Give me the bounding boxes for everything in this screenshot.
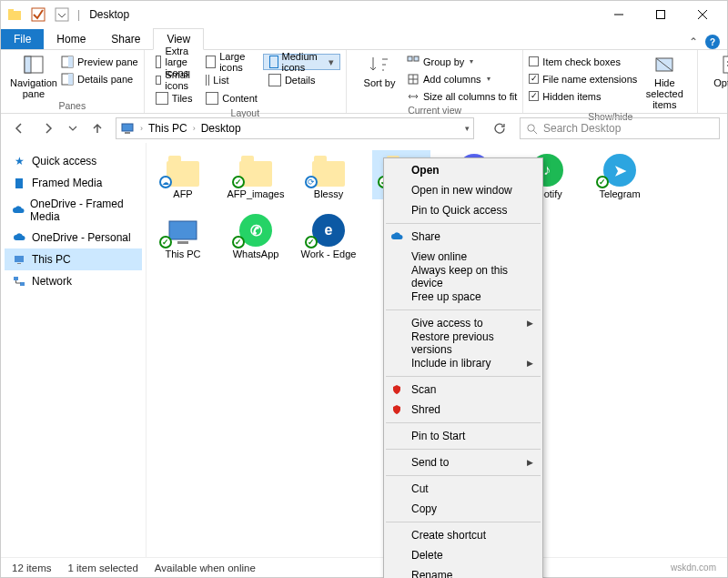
navigation-pane-label: Navigation pane: [6, 77, 61, 99]
building-icon: [12, 176, 26, 190]
cloud-icon: [12, 230, 26, 245]
svg-rect-12: [414, 56, 419, 61]
layout-medium[interactable]: Medium icons▾: [263, 54, 340, 70]
recent-dropdown[interactable]: [66, 117, 79, 139]
context-menu: Open Open in new window Pin to Quick acc…: [383, 157, 543, 578]
ctx-free-up-space[interactable]: Free up space: [384, 287, 542, 307]
file-item-label: Blessy: [314, 188, 343, 199]
layout-content[interactable]: Content: [200, 90, 263, 106]
file-item[interactable]: e✓Work - Edge: [299, 210, 358, 259]
ctx-copy[interactable]: Copy: [384, 499, 542, 519]
ribbon-tabs: File Home Share View ⌃ ?: [1, 28, 727, 50]
ctx-open-new-window[interactable]: Open in new window: [384, 180, 542, 200]
close-button[interactable]: [682, 1, 723, 28]
group-by-button[interactable]: Group by▾: [407, 54, 517, 69]
ctx-pin-to-start[interactable]: Pin to Start: [384, 426, 542, 446]
ctx-open[interactable]: Open: [384, 160, 542, 180]
file-item[interactable]: ⟳Blessy: [299, 150, 358, 199]
crumb-this-pc[interactable]: This PC: [148, 122, 187, 135]
tab-home[interactable]: Home: [44, 29, 98, 49]
back-button[interactable]: [8, 117, 30, 139]
ctx-cut[interactable]: Cut: [384, 479, 542, 499]
watermark: wskdn.com: [671, 563, 716, 573]
svg-rect-6: [25, 56, 31, 73]
svg-rect-1: [8, 9, 14, 12]
up-button[interactable]: [86, 117, 108, 139]
svg-rect-8: [68, 56, 73, 67]
hide-selected-button[interactable]: Hide selected items: [637, 52, 692, 110]
sort-by-button[interactable]: Sort by: [352, 52, 407, 88]
shield-icon: [389, 402, 404, 417]
minimize-button[interactable]: [598, 1, 640, 28]
search-input[interactable]: Search Desktop: [520, 117, 720, 139]
file-name-ext-toggle[interactable]: File name extensions: [529, 71, 637, 86]
ctx-include-in-library[interactable]: Include in library▶: [384, 353, 542, 373]
sidebar-item-onedrive-personal[interactable]: OneDrive - Personal: [5, 227, 142, 248]
crumb-desktop[interactable]: Desktop: [201, 122, 241, 135]
ctx-restore-versions[interactable]: Restore previous versions: [384, 333, 542, 353]
file-item-label: AFP: [173, 188, 192, 199]
ctx-delete[interactable]: Delete: [384, 545, 542, 565]
layout-large[interactable]: Large icons: [200, 54, 263, 70]
qat-checkbox-icon[interactable]: [28, 5, 48, 25]
sidebar-item-framed-media[interactable]: Framed Media: [5, 172, 142, 194]
add-columns-button[interactable]: Add columns▾: [407, 71, 517, 86]
tab-share[interactable]: Share: [98, 29, 153, 49]
nav-bar: › This PC › Desktop ▾ Search Desktop: [1, 114, 727, 143]
svg-rect-4: [657, 11, 665, 19]
item-check-boxes-toggle[interactable]: Item check boxes: [529, 54, 637, 69]
ctx-rename[interactable]: Rename: [384, 565, 542, 578]
sidebar: ★Quick access Framed Media OneDrive - Fr…: [1, 143, 147, 557]
address-dropdown-icon[interactable]: ▾: [465, 124, 470, 133]
svg-rect-15: [723, 56, 728, 73]
sidebar-item-this-pc[interactable]: This PC: [5, 248, 142, 270]
preview-pane-button[interactable]: Preview pane: [61, 54, 138, 69]
star-icon: ★: [12, 154, 26, 168]
ctx-share[interactable]: Share: [384, 227, 542, 247]
maximize-button[interactable]: [640, 1, 682, 28]
ctx-send-to[interactable]: Send to▶: [384, 452, 542, 472]
sync-badge-icon: ⟳: [305, 176, 318, 188]
help-icon[interactable]: ?: [705, 35, 720, 49]
file-item[interactable]: ✆✓WhatsApp: [227, 210, 285, 259]
ctx-always-keep[interactable]: Always keep on this device: [384, 267, 542, 287]
layout-extra-large[interactable]: Extra large icons: [150, 54, 201, 70]
sidebar-item-quick-access[interactable]: ★Quick access: [5, 150, 142, 172]
layout-list[interactable]: List: [200, 72, 263, 88]
address-bar[interactable]: › This PC › Desktop ▾: [116, 117, 474, 139]
ribbon-collapse-icon[interactable]: ⌃: [689, 35, 698, 48]
file-item[interactable]: ✓This PC: [154, 210, 212, 259]
ctx-shred[interactable]: Shred: [384, 400, 542, 420]
file-item[interactable]: ☁AFP: [154, 150, 212, 199]
sync-badge-icon: ✓: [596, 176, 609, 188]
sidebar-item-onedrive-framed[interactable]: OneDrive - Framed Media: [5, 194, 142, 227]
status-count: 12 items: [12, 563, 51, 573]
file-item[interactable]: ➤✓Telegram: [591, 150, 649, 199]
file-item[interactable]: ✓AFP_images: [227, 150, 285, 199]
hidden-items-toggle[interactable]: Hidden items: [529, 88, 637, 104]
refresh-button[interactable]: [487, 117, 512, 139]
navigation-pane-button[interactable]: Navigation pane: [6, 52, 61, 99]
size-columns-button[interactable]: Size all columns to fit: [407, 88, 517, 104]
svg-rect-22: [15, 256, 24, 262]
ctx-scan[interactable]: Scan: [384, 380, 542, 400]
svg-rect-18: [122, 124, 133, 131]
qat-dropdown-icon[interactable]: [52, 5, 72, 25]
group-panes-label: Panes: [6, 99, 138, 112]
sidebar-item-network[interactable]: Network: [5, 270, 142, 292]
ribbon: Navigation pane Preview pane Details pan…: [1, 50, 727, 114]
svg-rect-26: [169, 221, 197, 239]
details-pane-button[interactable]: Details pane: [61, 71, 138, 86]
svg-rect-11: [408, 56, 412, 61]
ctx-pin-quick-access[interactable]: Pin to Quick access: [384, 200, 542, 220]
sync-badge-icon: ✓: [232, 176, 245, 188]
ctx-create-shortcut[interactable]: Create shortcut: [384, 525, 542, 545]
svg-rect-23: [17, 263, 21, 264]
layout-tiles[interactable]: Tiles: [150, 90, 201, 106]
layout-small[interactable]: Small icons: [150, 72, 201, 88]
svg-rect-24: [14, 277, 18, 280]
layout-details[interactable]: Details: [263, 72, 340, 88]
options-button[interactable]: Options: [703, 52, 728, 88]
tab-file[interactable]: File: [1, 29, 44, 49]
forward-button[interactable]: [37, 117, 59, 139]
